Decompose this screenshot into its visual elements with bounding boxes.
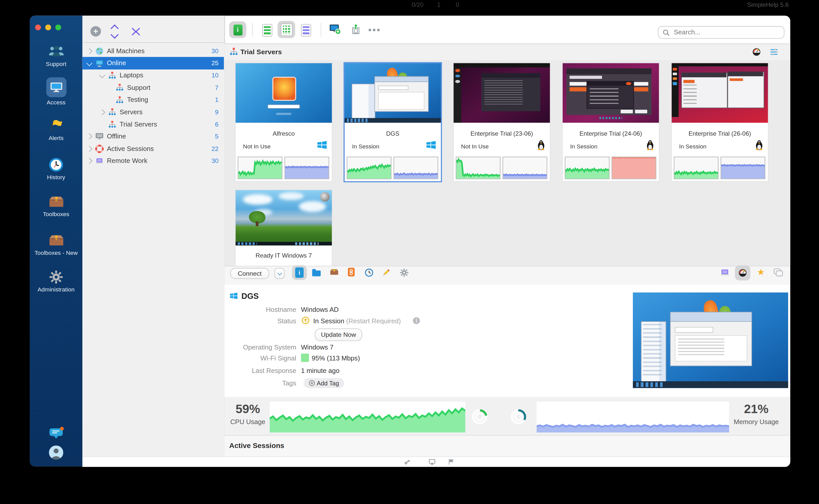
lifebuoy-icon: [95, 145, 104, 153]
machine-name: Enterprise Trial (24-06): [563, 131, 659, 137]
tab-toolbox-icon[interactable]: [330, 268, 339, 278]
cpu-sparkline: [238, 157, 282, 179]
expand-all-button[interactable]: [112, 26, 118, 38]
cpu-sparkline: [347, 157, 391, 179]
sidebar-item-support[interactable]: Support: [30, 44, 82, 67]
grid-view-button[interactable]: [277, 21, 295, 38]
performance-gauge-icon[interactable]: [753, 48, 760, 58]
machine-tile-enterprise-trial-24-06[interactable]: Enterprise Trial (24-06) In Session: [563, 63, 659, 181]
minimize-window-button[interactable]: [45, 24, 51, 30]
chat-icon[interactable]: [49, 427, 64, 441]
update-now-button[interactable]: Update Now: [315, 329, 362, 341]
machine-tile-dgs[interactable]: DGS In Session: [344, 63, 441, 181]
sidebar-item-label: Toolboxes: [30, 211, 82, 217]
app-version: SimpleHelp 5.6: [682, 2, 789, 8]
tree-row-label: Active Sessions: [107, 145, 154, 152]
tab-machine-info[interactable]: i: [292, 265, 306, 280]
linux-tux-icon: [755, 139, 764, 152]
support-people-icon: [30, 44, 82, 58]
performance-gauge-icon: [739, 269, 747, 277]
sessions-used-count: 0/20: [412, 2, 424, 8]
tree-row-support[interactable]: Support 7: [82, 81, 224, 94]
machine-status: In Session: [570, 143, 598, 149]
windows-logo-icon: [426, 139, 437, 152]
tree-row-laptops[interactable]: Laptops 10: [82, 69, 224, 81]
machine-tile-enterprise-trial-23-06[interactable]: Enterprise Trial (23-06) Not In Use: [454, 63, 550, 181]
active-sessions-heading: Active Sessions: [229, 442, 284, 450]
zoom-window-button[interactable]: [55, 24, 61, 30]
compact-list-view-icon[interactable]: [301, 24, 311, 36]
tab-performance[interactable]: [735, 265, 751, 281]
tree-row-online[interactable]: Online 25: [82, 57, 224, 69]
sidebar-item-toolboxes[interactable]: Toolboxes: [30, 194, 82, 217]
avatar[interactable]: [49, 445, 63, 462]
alerts-flag-icon: [30, 118, 82, 133]
tab-notes-pencil-icon[interactable]: [382, 269, 390, 279]
status-note: (Restart Required): [346, 317, 401, 325]
add-tag-button[interactable]: Add Tag: [303, 378, 344, 388]
chevron-down-icon: [86, 61, 93, 65]
machine-thumbnail: [454, 63, 550, 123]
sidebar-item-administration[interactable]: Administration: [30, 270, 82, 292]
search-input[interactable]: [673, 28, 780, 37]
sessions-cards-icon[interactable]: [774, 269, 782, 276]
sidebar-item-label: Administration: [30, 286, 82, 292]
more-options-icon[interactable]: [368, 29, 379, 31]
filter-sliders-icon[interactable]: [770, 48, 778, 58]
sidebar-item-history[interactable]: History: [30, 157, 82, 180]
tree-row-label: Servers: [120, 108, 143, 116]
history-clock-icon: [30, 157, 82, 172]
tab-settings-gear-icon[interactable]: [400, 269, 408, 279]
add-machine-icon[interactable]: [329, 23, 341, 37]
machine-count: 30: [211, 157, 218, 165]
tab-files-folder-icon[interactable]: [312, 269, 320, 276]
tab-links-icon[interactable]: [348, 268, 355, 279]
sidebar-item-alerts[interactable]: Alerts: [30, 118, 82, 141]
machine-tile-ready-it-windows-7[interactable]: Ready IT Windows 7: [235, 190, 332, 266]
list-view-icon[interactable]: [262, 24, 272, 36]
info-doc-icon: i: [295, 268, 303, 278]
info-doc-icon: i: [233, 24, 242, 35]
tab-history-clock-icon[interactable]: [365, 269, 373, 279]
connected-machines-count: 1: [437, 2, 441, 8]
machine-tile-enterprise-trial-26-06[interactable]: Enterprise Trial (26-06) In Session: [672, 63, 768, 181]
sidebar-item-toolboxes-new[interactable]: Toolboxes - New: [30, 233, 82, 256]
wifi-signal-swatch: [301, 354, 309, 362]
machine-count: 22: [211, 145, 218, 152]
tree-row-label: Testing: [127, 96, 148, 104]
chevron-right-icon: [86, 49, 93, 53]
close-window-button[interactable]: [35, 24, 41, 30]
cpu-sparkline: [565, 157, 609, 179]
add-machine-group-button[interactable]: +: [90, 26, 101, 37]
machine-thumbnail: [344, 63, 441, 123]
tree-row-active-sessions[interactable]: Active Sessions 22: [82, 143, 224, 155]
connect-button[interactable]: Connect: [230, 268, 269, 279]
group-icon: [107, 72, 117, 79]
tree-row-remote-work[interactable]: Remote Work 30: [82, 155, 224, 167]
machine-name: Enterprise Trial (23-06): [454, 131, 550, 137]
tree-row-testing[interactable]: Testing 1: [82, 94, 224, 106]
details-view-button[interactable]: i: [229, 21, 246, 38]
tree-row-trial-servers[interactable]: Trial Servers 6: [82, 118, 224, 130]
tree-row-label: All Machines: [107, 47, 145, 55]
connect-dropdown-button[interactable]: [274, 268, 285, 279]
tree-row-offline[interactable]: Offline 5: [82, 130, 224, 143]
collapse-all-button[interactable]: [133, 26, 139, 38]
machine-count: 5: [215, 133, 218, 140]
cpu-usage-chart: [270, 402, 465, 432]
sidebar-item-access[interactable]: Access: [30, 77, 82, 106]
info-icon[interactable]: [413, 317, 420, 326]
tree-row-all-machines[interactable]: All Machines 30: [82, 45, 224, 57]
favorite-star-icon[interactable]: ★: [757, 267, 765, 278]
share-export-icon[interactable]: [351, 23, 360, 36]
tree-row-servers[interactable]: Servers 9: [82, 106, 224, 118]
status-value: In Session (Restart Required): [313, 317, 401, 325]
search-box[interactable]: [658, 26, 784, 39]
toolbox-icon: [30, 194, 82, 209]
remote-view-laptop-icon[interactable]: [720, 269, 730, 278]
update-available-icon: [301, 316, 309, 326]
machine-tile-alfresco[interactable]: Alfresco Not In Use: [235, 63, 332, 181]
chevron-right-icon: [86, 159, 93, 163]
machine-preview-image[interactable]: [633, 292, 788, 388]
memory-sparkline: [721, 157, 765, 179]
